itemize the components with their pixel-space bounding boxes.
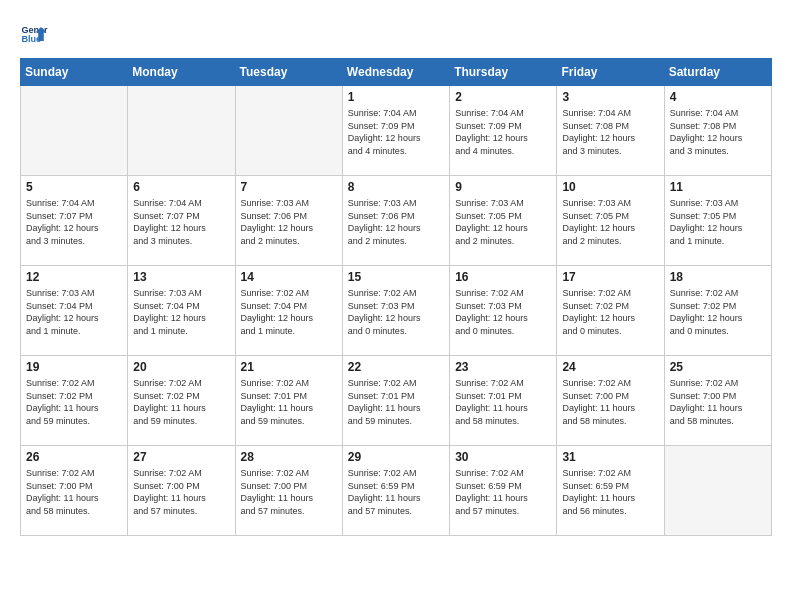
calendar-cell: 28Sunrise: 7:02 AM Sunset: 7:00 PM Dayli… [235, 446, 342, 536]
day-info: Sunrise: 7:04 AM Sunset: 7:07 PM Dayligh… [26, 197, 122, 247]
weekday-header: Friday [557, 59, 664, 86]
calendar-week-row: 26Sunrise: 7:02 AM Sunset: 7:00 PM Dayli… [21, 446, 772, 536]
day-info: Sunrise: 7:03 AM Sunset: 7:04 PM Dayligh… [133, 287, 229, 337]
day-info: Sunrise: 7:03 AM Sunset: 7:06 PM Dayligh… [241, 197, 337, 247]
calendar-cell: 15Sunrise: 7:02 AM Sunset: 7:03 PM Dayli… [342, 266, 449, 356]
day-number: 4 [670, 90, 766, 104]
day-info: Sunrise: 7:02 AM Sunset: 7:03 PM Dayligh… [455, 287, 551, 337]
weekday-header: Monday [128, 59, 235, 86]
day-info: Sunrise: 7:03 AM Sunset: 7:05 PM Dayligh… [670, 197, 766, 247]
logo-icon: General Blue [20, 20, 48, 48]
calendar-cell: 20Sunrise: 7:02 AM Sunset: 7:02 PM Dayli… [128, 356, 235, 446]
day-number: 9 [455, 180, 551, 194]
calendar-cell: 2Sunrise: 7:04 AM Sunset: 7:09 PM Daylig… [450, 86, 557, 176]
calendar-cell: 9Sunrise: 7:03 AM Sunset: 7:05 PM Daylig… [450, 176, 557, 266]
calendar-table: SundayMondayTuesdayWednesdayThursdayFrid… [20, 58, 772, 536]
day-number: 15 [348, 270, 444, 284]
calendar-cell: 21Sunrise: 7:02 AM Sunset: 7:01 PM Dayli… [235, 356, 342, 446]
day-info: Sunrise: 7:02 AM Sunset: 7:04 PM Dayligh… [241, 287, 337, 337]
calendar-week-row: 5Sunrise: 7:04 AM Sunset: 7:07 PM Daylig… [21, 176, 772, 266]
calendar-cell: 18Sunrise: 7:02 AM Sunset: 7:02 PM Dayli… [664, 266, 771, 356]
calendar-cell [128, 86, 235, 176]
day-number: 3 [562, 90, 658, 104]
day-info: Sunrise: 7:02 AM Sunset: 7:00 PM Dayligh… [670, 377, 766, 427]
calendar-week-row: 19Sunrise: 7:02 AM Sunset: 7:02 PM Dayli… [21, 356, 772, 446]
calendar-cell: 5Sunrise: 7:04 AM Sunset: 7:07 PM Daylig… [21, 176, 128, 266]
day-number: 29 [348, 450, 444, 464]
day-number: 21 [241, 360, 337, 374]
calendar-cell: 4Sunrise: 7:04 AM Sunset: 7:08 PM Daylig… [664, 86, 771, 176]
calendar-cell: 19Sunrise: 7:02 AM Sunset: 7:02 PM Dayli… [21, 356, 128, 446]
day-number: 28 [241, 450, 337, 464]
calendar-cell: 7Sunrise: 7:03 AM Sunset: 7:06 PM Daylig… [235, 176, 342, 266]
day-number: 8 [348, 180, 444, 194]
day-number: 13 [133, 270, 229, 284]
day-info: Sunrise: 7:03 AM Sunset: 7:05 PM Dayligh… [455, 197, 551, 247]
day-info: Sunrise: 7:02 AM Sunset: 7:01 PM Dayligh… [241, 377, 337, 427]
calendar-cell: 27Sunrise: 7:02 AM Sunset: 7:00 PM Dayli… [128, 446, 235, 536]
day-info: Sunrise: 7:02 AM Sunset: 6:59 PM Dayligh… [348, 467, 444, 517]
calendar-cell: 25Sunrise: 7:02 AM Sunset: 7:00 PM Dayli… [664, 356, 771, 446]
weekday-header: Wednesday [342, 59, 449, 86]
day-number: 10 [562, 180, 658, 194]
day-info: Sunrise: 7:03 AM Sunset: 7:06 PM Dayligh… [348, 197, 444, 247]
svg-text:General: General [21, 25, 48, 35]
day-info: Sunrise: 7:02 AM Sunset: 7:02 PM Dayligh… [670, 287, 766, 337]
calendar-cell: 30Sunrise: 7:02 AM Sunset: 6:59 PM Dayli… [450, 446, 557, 536]
day-info: Sunrise: 7:02 AM Sunset: 7:00 PM Dayligh… [133, 467, 229, 517]
day-info: Sunrise: 7:04 AM Sunset: 7:08 PM Dayligh… [670, 107, 766, 157]
day-info: Sunrise: 7:04 AM Sunset: 7:09 PM Dayligh… [348, 107, 444, 157]
weekday-header: Saturday [664, 59, 771, 86]
calendar-cell: 14Sunrise: 7:02 AM Sunset: 7:04 PM Dayli… [235, 266, 342, 356]
calendar-cell: 1Sunrise: 7:04 AM Sunset: 7:09 PM Daylig… [342, 86, 449, 176]
day-info: Sunrise: 7:02 AM Sunset: 7:00 PM Dayligh… [26, 467, 122, 517]
day-info: Sunrise: 7:02 AM Sunset: 7:01 PM Dayligh… [348, 377, 444, 427]
calendar-cell: 13Sunrise: 7:03 AM Sunset: 7:04 PM Dayli… [128, 266, 235, 356]
logo: General Blue [20, 20, 52, 48]
weekday-header: Sunday [21, 59, 128, 86]
day-number: 23 [455, 360, 551, 374]
day-number: 18 [670, 270, 766, 284]
day-info: Sunrise: 7:02 AM Sunset: 7:03 PM Dayligh… [348, 287, 444, 337]
day-number: 12 [26, 270, 122, 284]
calendar-cell [21, 86, 128, 176]
day-info: Sunrise: 7:02 AM Sunset: 6:59 PM Dayligh… [562, 467, 658, 517]
day-info: Sunrise: 7:02 AM Sunset: 7:02 PM Dayligh… [562, 287, 658, 337]
day-info: Sunrise: 7:02 AM Sunset: 7:01 PM Dayligh… [455, 377, 551, 427]
day-number: 24 [562, 360, 658, 374]
calendar-cell: 12Sunrise: 7:03 AM Sunset: 7:04 PM Dayli… [21, 266, 128, 356]
calendar-cell: 26Sunrise: 7:02 AM Sunset: 7:00 PM Dayli… [21, 446, 128, 536]
day-number: 2 [455, 90, 551, 104]
weekday-header: Thursday [450, 59, 557, 86]
calendar-week-row: 1Sunrise: 7:04 AM Sunset: 7:09 PM Daylig… [21, 86, 772, 176]
svg-text:Blue: Blue [21, 34, 41, 44]
day-number: 1 [348, 90, 444, 104]
day-number: 7 [241, 180, 337, 194]
day-number: 16 [455, 270, 551, 284]
day-number: 27 [133, 450, 229, 464]
calendar-cell: 29Sunrise: 7:02 AM Sunset: 6:59 PM Dayli… [342, 446, 449, 536]
day-info: Sunrise: 7:02 AM Sunset: 7:02 PM Dayligh… [133, 377, 229, 427]
day-info: Sunrise: 7:04 AM Sunset: 7:09 PM Dayligh… [455, 107, 551, 157]
day-number: 19 [26, 360, 122, 374]
day-info: Sunrise: 7:03 AM Sunset: 7:05 PM Dayligh… [562, 197, 658, 247]
day-info: Sunrise: 7:02 AM Sunset: 7:02 PM Dayligh… [26, 377, 122, 427]
calendar-body: 1Sunrise: 7:04 AM Sunset: 7:09 PM Daylig… [21, 86, 772, 536]
calendar-cell: 23Sunrise: 7:02 AM Sunset: 7:01 PM Dayli… [450, 356, 557, 446]
calendar-cell: 24Sunrise: 7:02 AM Sunset: 7:00 PM Dayli… [557, 356, 664, 446]
calendar-header-row: SundayMondayTuesdayWednesdayThursdayFrid… [21, 59, 772, 86]
calendar-cell: 10Sunrise: 7:03 AM Sunset: 7:05 PM Dayli… [557, 176, 664, 266]
day-number: 31 [562, 450, 658, 464]
day-info: Sunrise: 7:04 AM Sunset: 7:07 PM Dayligh… [133, 197, 229, 247]
calendar-cell: 8Sunrise: 7:03 AM Sunset: 7:06 PM Daylig… [342, 176, 449, 266]
calendar-cell: 6Sunrise: 7:04 AM Sunset: 7:07 PM Daylig… [128, 176, 235, 266]
day-number: 26 [26, 450, 122, 464]
calendar-cell [235, 86, 342, 176]
calendar-cell: 17Sunrise: 7:02 AM Sunset: 7:02 PM Dayli… [557, 266, 664, 356]
day-number: 20 [133, 360, 229, 374]
day-number: 22 [348, 360, 444, 374]
calendar-cell [664, 446, 771, 536]
day-number: 6 [133, 180, 229, 194]
day-info: Sunrise: 7:02 AM Sunset: 7:00 PM Dayligh… [241, 467, 337, 517]
day-info: Sunrise: 7:02 AM Sunset: 6:59 PM Dayligh… [455, 467, 551, 517]
